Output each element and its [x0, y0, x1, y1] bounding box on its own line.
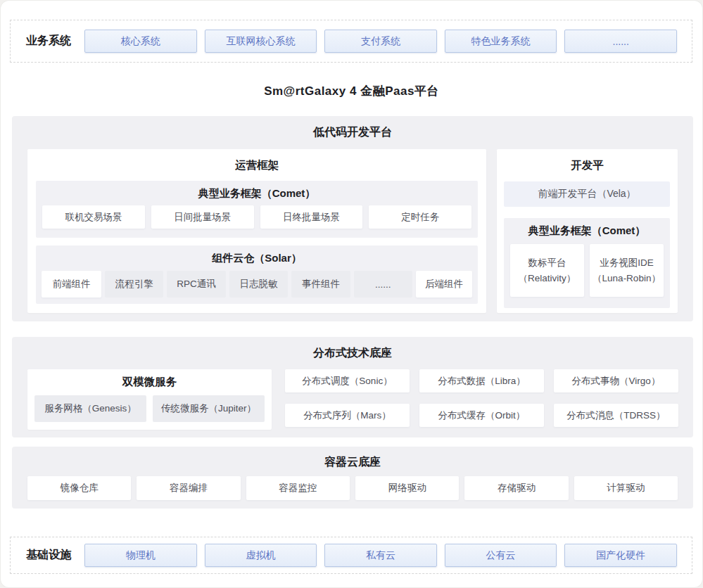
- dual-mode-chip: 服务网格（Genesis）: [34, 395, 146, 422]
- distributed-item: 分布式消息（TDRSS）: [554, 404, 678, 427]
- distributed-title: 分布式技术底座: [12, 337, 693, 361]
- lowcode-section: 低代码开发平台 运营框架 典型业务框架（Comet） 联机交易场景 日间批量场景…: [12, 116, 693, 321]
- business-systems-label: 业务系统: [11, 34, 78, 49]
- dev-comet-items: 数标平台 （Relativity） 业务视图IDE （Luna-Robin）: [504, 244, 670, 297]
- dual-mode-items: 服务网格（Genesis） 传统微服务（Jupiter）: [27, 395, 272, 422]
- infrastructure-item: 私有云: [324, 544, 437, 567]
- container-cloud-item: 网络驱动: [355, 476, 459, 500]
- distributed-item: 分布式事物（Virgo）: [554, 369, 678, 392]
- business-system-item: 特色业务系统: [445, 30, 557, 53]
- solar-chip: ......: [354, 271, 412, 298]
- container-cloud-item: 存储驱动: [464, 476, 568, 500]
- solar-front-item: 前端组件: [42, 271, 101, 298]
- operation-framework-card: 运营框架 典型业务框架（Comet） 联机交易场景 日间批量场景 日终批量场景 …: [27, 149, 486, 313]
- comet-item: 定时任务: [369, 205, 471, 229]
- dev-comet-item: 业务视图IDE （Luna-Robin）: [590, 244, 664, 297]
- dev-platform-card: 开发平 前端开发平台（Vela） 典型业务框架（Comet） 数标平台 （Rel…: [497, 149, 678, 313]
- infrastructure-item: 公有云: [445, 544, 557, 567]
- distributed-item: 分布式调度（Sonic）: [285, 369, 410, 392]
- dual-mode-chip: 传统微服务（Jupiter）: [153, 395, 265, 422]
- dev-comet-item-line: 数标平台: [528, 255, 566, 271]
- dev-comet-item-line: 业务视图IDE: [600, 255, 654, 271]
- dual-mode-title: 双模微服务: [27, 369, 272, 390]
- container-cloud-item: 容器监控: [246, 476, 350, 500]
- solar-chip: RPC通讯: [167, 271, 225, 298]
- platform-title: Sm@rtGalaxy 4 金融Paas平台: [1, 83, 702, 99]
- container-cloud-item: 容器编排: [137, 476, 240, 500]
- infrastructure-label: 基础设施: [11, 548, 78, 563]
- comet-panel: 典型业务框架（Comet） 联机交易场景 日间批量场景 日终批量场景 定时任务: [36, 181, 478, 238]
- comet-item: 日间批量场景: [151, 205, 254, 229]
- business-systems-section: 业务系统 核心系统 互联网核心系统 支付系统 特色业务系统 ......: [10, 20, 692, 63]
- business-systems-items: 核心系统 互联网核心系统 支付系统 特色业务系统 ......: [84, 30, 677, 53]
- distributed-item: 分布式序列（Mars）: [285, 404, 410, 427]
- container-cloud-item: 镜像仓库: [27, 476, 131, 500]
- dual-mode-card: 双模微服务 服务网格（Genesis） 传统微服务（Jupiter）: [27, 369, 272, 430]
- distributed-grid: 分布式调度（Sonic） 分布式数据（Libra） 分布式事物（Virgo） 分…: [285, 369, 678, 427]
- solar-panel: 组件云仓（Solar） 前端组件 流程引擎 RPC通讯 日志脱敏 事件组件 ..…: [36, 245, 478, 304]
- dev-platform-title: 开发平: [497, 149, 678, 173]
- dev-comet-item: 数标平台 （Relativity）: [510, 244, 584, 297]
- dev-comet-panel: 典型业务框架（Comet） 数标平台 （Relativity） 业务视图IDE …: [504, 218, 670, 308]
- infrastructure-item: 物理机: [84, 544, 197, 567]
- solar-chip: 事件组件: [291, 271, 350, 298]
- infrastructure-section: 基础设施 物理机 虚拟机 私有云 公有云 国产化硬件: [10, 537, 692, 574]
- solar-chip: 流程引擎: [105, 271, 163, 298]
- comet-item: 日终批量场景: [260, 205, 363, 229]
- operation-framework-title: 运营框架: [27, 149, 486, 173]
- solar-back-item: 后端组件: [416, 271, 472, 298]
- container-cloud-section: 容器云底座 镜像仓库 容器编排 容器监控 网络驱动 存储驱动 计算驱动: [12, 447, 693, 509]
- business-system-item: ......: [564, 30, 677, 53]
- dev-comet-item-line: （Relativity）: [519, 271, 576, 286]
- infrastructure-item: 虚拟机: [205, 544, 317, 567]
- business-system-item: 互联网核心系统: [205, 30, 317, 53]
- distributed-item: 分布式数据（Libra）: [419, 369, 544, 392]
- infrastructure-items: 物理机 虚拟机 私有云 公有云 国产化硬件: [84, 544, 677, 567]
- comet-item: 联机交易场景: [42, 205, 145, 229]
- dev-comet-item-line: （Luna-Robin）: [593, 271, 661, 286]
- solar-items: 前端组件 流程引擎 RPC通讯 日志脱敏 事件组件 ...... 后端组件: [36, 271, 478, 298]
- container-cloud-title: 容器云底座: [12, 447, 693, 470]
- solar-chip: 日志脱敏: [229, 271, 288, 298]
- architecture-diagram-card: 业务系统 核心系统 互联网核心系统 支付系统 特色业务系统 ...... Sm@…: [1, 1, 702, 587]
- distributed-section: 分布式技术底座 双模微服务 服务网格（Genesis） 传统微服务（Jupite…: [12, 337, 693, 437]
- lowcode-title: 低代码开发平台: [12, 116, 693, 140]
- business-system-item: 核心系统: [84, 30, 197, 53]
- container-cloud-item: 计算驱动: [574, 476, 678, 500]
- comet-title: 典型业务框架（Comet）: [36, 181, 478, 200]
- container-cloud-items: 镜像仓库 容器编排 容器监控 网络驱动 存储驱动 计算驱动: [12, 476, 693, 500]
- solar-title: 组件云仓（Solar）: [36, 245, 478, 265]
- comet-items: 联机交易场景 日间批量场景 日终批量场景 定时任务: [36, 205, 478, 229]
- dev-comet-title: 典型业务框架（Comet）: [504, 218, 670, 238]
- business-system-item: 支付系统: [324, 30, 437, 53]
- vela-box: 前端开发平台（Vela）: [504, 181, 670, 207]
- infrastructure-item: 国产化硬件: [564, 544, 677, 567]
- distributed-item: 分布式缓存（Orbit）: [419, 404, 544, 427]
